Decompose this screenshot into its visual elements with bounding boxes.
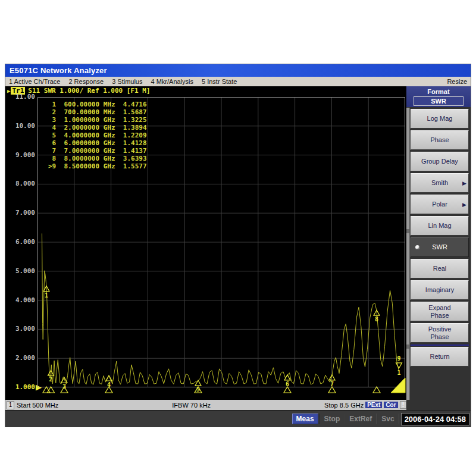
channel-status-left: 1 Start 500 MHz IFBW 70 kHz Stop 8.5 GHz… bbox=[5, 400, 406, 410]
softkey-label: SWR bbox=[432, 243, 447, 251]
y-tick-1.000: 1.000 bbox=[7, 384, 35, 391]
menu-items: 1 Active Ch/Trace2 Response3 Stimulus4 M… bbox=[5, 78, 237, 85]
warning-badge: ! bbox=[400, 401, 406, 409]
softkey-menu-title: Format bbox=[406, 86, 471, 95]
start-frequency-label: Start 500 MHz bbox=[17, 402, 58, 409]
status-stop: Stop bbox=[320, 414, 345, 424]
softkey-return[interactable]: Return bbox=[411, 347, 469, 367]
softkey-log-mag[interactable]: Log Mag bbox=[411, 109, 469, 129]
y-tick-9.000: 9.000 bbox=[7, 152, 35, 159]
softkey-phase[interactable]: Phase bbox=[411, 130, 469, 150]
softkey-menu-value: SWR bbox=[414, 96, 464, 106]
status-svc: Svc bbox=[377, 414, 399, 424]
pext-badge: PExt bbox=[365, 402, 382, 408]
marker-table-row-4: 4 2.0000000 GHz 1.3894 bbox=[48, 124, 147, 131]
marker-label-9: 9 bbox=[397, 355, 400, 362]
softkey-label: Expand Phase bbox=[428, 304, 450, 320]
y-tick-5.000: 5.000 bbox=[7, 268, 35, 275]
softkey-group-delay[interactable]: Group Delay bbox=[411, 152, 469, 171]
measurement-screen: ▶ Tr1 S11 SWR 1.000/ Ref 1.000 [F1 M] 11… bbox=[5, 86, 406, 400]
active-marker-corner-icon[interactable] bbox=[391, 378, 405, 393]
softkey-scrollbar[interactable] bbox=[406, 108, 410, 400]
softkey-label: Return bbox=[430, 353, 449, 361]
menu-item-4[interactable]: 4 Mkr/Analysis bbox=[151, 78, 193, 85]
softkey-menu-header: Format SWR bbox=[406, 86, 471, 107]
status-badges: PExtCor bbox=[364, 401, 397, 409]
instrument-status-bar: Meas StopExtRefSvc 2006-04-24 04:58 bbox=[5, 410, 471, 427]
status-extref: ExtRef bbox=[345, 414, 377, 424]
marker-axis-6 bbox=[284, 387, 291, 393]
marker-axis-8 bbox=[373, 387, 380, 393]
softkey-imaginary[interactable]: Imaginary bbox=[411, 280, 469, 300]
trace-settings-text: S11 SWR 1.000/ Ref 1.000 [F1 M] bbox=[28, 87, 150, 95]
marker-table-row-1: 1 600.00000 MHz 4.4716 bbox=[48, 101, 147, 108]
channel-number-box[interactable]: 1 bbox=[7, 401, 14, 409]
window-title: E5071C Network Analyzer bbox=[5, 66, 107, 75]
menu-item-5[interactable]: 5 Instr State bbox=[202, 78, 237, 85]
submenu-arrow-icon: ▶ bbox=[462, 180, 466, 187]
selected-bullet-icon bbox=[415, 245, 419, 249]
softkey-label: Imaginary bbox=[425, 286, 454, 294]
marker-table-row-5: 5 4.0000000 GHz 1.2209 bbox=[48, 131, 147, 139]
softkey-swr[interactable]: SWR bbox=[411, 237, 469, 257]
softkey-label: Log Mag bbox=[427, 115, 453, 123]
softkey-sidebar: Format SWR Log MagPhaseGroup DelaySmith▶… bbox=[406, 86, 471, 400]
marker-label-8: 8 bbox=[375, 316, 378, 322]
main-area: ▶ Tr1 S11 SWR 1.000/ Ref 1.000 [F1 M] 11… bbox=[5, 86, 471, 400]
meas-status-badge[interactable]: Meas bbox=[292, 414, 318, 424]
menu-resize[interactable]: Resize bbox=[447, 78, 471, 85]
instrument-status-dim-items: StopExtRefSvc bbox=[320, 415, 399, 423]
submenu-arrow-icon: ▶ bbox=[462, 201, 466, 209]
y-tick-4.000: 4.000 bbox=[7, 297, 35, 304]
active-trace-arrow-icon: ▶ bbox=[7, 88, 10, 94]
softkey-label: Phase bbox=[430, 136, 449, 144]
y-tick-11.00: 11.00 bbox=[7, 93, 35, 101]
y-tick-3.000: 3.000 bbox=[7, 325, 35, 333]
y-tick-2.000: 2.000 bbox=[7, 355, 35, 362]
channel-status-right-filler bbox=[406, 400, 471, 410]
scrollbar-notch bbox=[406, 229, 409, 233]
screenshot-canvas: E5071C Network Analyzer 1 Active Ch/Trac… bbox=[0, 0, 476, 476]
softkey-lin-mag[interactable]: Lin Mag bbox=[411, 216, 469, 236]
marker-label-1: 1 bbox=[45, 292, 48, 299]
softkey-polar[interactable]: Polar▶ bbox=[411, 195, 469, 214]
menu-bar: 1 Active Ch/Trace2 Response3 Stimulus4 M… bbox=[5, 77, 471, 86]
ifbw-label: IFBW 70 kHz bbox=[172, 402, 211, 409]
marker-table-row-6: 6 6.0000000 GHz 1.4128 bbox=[48, 139, 147, 147]
marker-table-row-3: 3 1.0000000 GHz 1.3225 bbox=[48, 116, 147, 124]
menu-item-3[interactable]: 3 Stimulus bbox=[112, 78, 142, 85]
y-tick-10.00: 10.00 bbox=[7, 123, 35, 130]
swr-trace bbox=[42, 233, 399, 384]
marker-table-row-8: 8 8.0000000 GHz 3.6393 bbox=[48, 155, 147, 162]
marker-axis-7 bbox=[328, 387, 336, 393]
datetime-display: 2006-04-24 04:58 bbox=[401, 413, 469, 425]
menu-item-1[interactable]: 1 Active Ch/Trace bbox=[9, 78, 60, 85]
menu-item-2[interactable]: 2 Response bbox=[68, 78, 104, 85]
marker-table-row-7: 7 7.0000000 GHz 1.4137 bbox=[48, 147, 147, 155]
stop-frequency-label: Stop 8.5 GHz bbox=[324, 402, 364, 409]
y-tick-6.000: 6.000 bbox=[7, 239, 35, 246]
softkey-positive-phase[interactable]: Positive Phase bbox=[411, 323, 469, 343]
softkey-label: Polar bbox=[432, 201, 447, 208]
marker-label-2: 2 bbox=[49, 376, 52, 383]
marker-table: 1 600.00000 MHz 4.4716 2 700.00000 MHz 1… bbox=[48, 101, 147, 170]
softkey-smith[interactable]: Smith▶ bbox=[411, 173, 469, 193]
marker-table-row-2: 2 700.00000 MHz 1.5687 bbox=[48, 108, 147, 116]
marker-9[interactable] bbox=[396, 363, 402, 368]
softkey-label: Lin Mag bbox=[428, 222, 451, 230]
y-tick-8.000: 8.000 bbox=[7, 180, 35, 187]
cor-badge: Cor bbox=[384, 402, 397, 408]
active-trace-number-label: 1 bbox=[397, 369, 400, 376]
softkey-real[interactable]: Real bbox=[411, 259, 469, 278]
softkey-separator bbox=[411, 345, 469, 346]
scrollbar-notch bbox=[406, 345, 409, 349]
softkey-expand-phase[interactable]: Expand Phase bbox=[411, 302, 469, 321]
analyzer-window: E5071C Network Analyzer 1 Active Ch/Trac… bbox=[5, 64, 471, 427]
y-tick-7.000: 7.000 bbox=[7, 209, 35, 217]
channel-status-bar: 1 Start 500 MHz IFBW 70 kHz Stop 8.5 GHz… bbox=[5, 400, 471, 410]
softkey-label: Smith bbox=[431, 179, 448, 187]
softkey-label: Real bbox=[433, 265, 447, 273]
window-titlebar[interactable]: E5071C Network Analyzer bbox=[5, 64, 471, 77]
softkey-label: Positive Phase bbox=[428, 325, 452, 341]
softkey-label: Group Delay bbox=[421, 158, 458, 165]
